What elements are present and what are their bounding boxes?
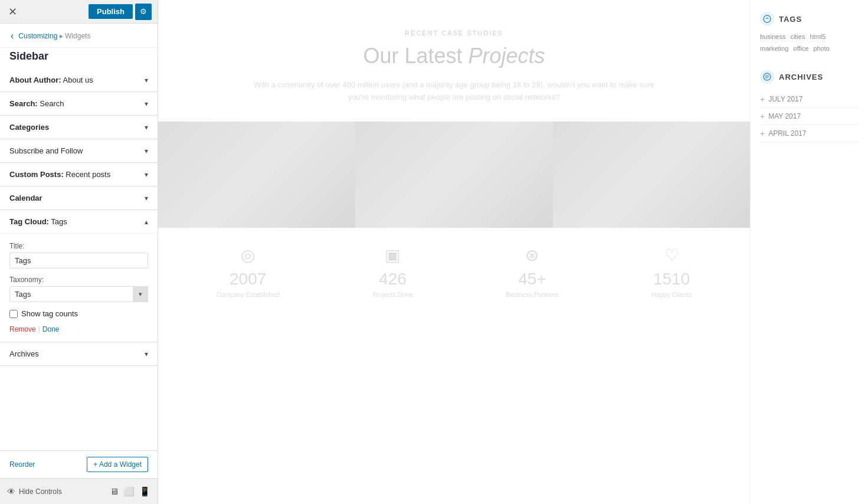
widget-header-archives[interactable]: Archives ▾ (0, 342, 158, 365)
stat-label-3: Happy Clients (651, 291, 692, 298)
archives-icon (760, 70, 774, 84)
chevron-up-icon: ▴ (145, 218, 148, 226)
archive-plus-icon-2: + (760, 129, 765, 138)
widget-body-tag-cloud: Title: Taxonomy: Tags Categories ▾ Show … (0, 234, 158, 342)
taxonomy-select-wrapper: Tags Categories ▾ (9, 286, 148, 302)
stat-number-2: 45+ (506, 270, 558, 289)
view-icons: 🖥 ⬜ 📱 (110, 486, 150, 497)
close-button[interactable]: ✕ (6, 3, 19, 21)
title-input[interactable] (9, 253, 148, 269)
taxonomy-select[interactable]: Tags Categories (9, 286, 148, 302)
hero-desc: With a community of over 400 million use… (248, 79, 661, 104)
widget-header-search[interactable]: Search: Search ▾ (0, 92, 158, 115)
archive-plus-icon-1: + (760, 112, 765, 121)
widget-actions: Remove | Done (9, 325, 148, 333)
tags-section: TAGS business cities html5 marketing off… (760, 12, 859, 52)
right-sidebar: TAGS business cities html5 marketing off… (750, 0, 868, 504)
taxonomy-field-label: Taxonomy: (9, 276, 148, 284)
archives-heading: ARCHIVES (760, 70, 859, 84)
widget-item-archives: Archives ▾ (0, 342, 158, 366)
settings-button[interactable]: ⚙ (135, 4, 152, 20)
breadcrumb-area: ‹ Customizing ▸ Widgets (0, 24, 158, 48)
archive-label-0: JULY 2017 (768, 95, 803, 103)
stat-label-2: Business Partners (506, 291, 558, 298)
stat-number-1: 426 (372, 270, 413, 289)
archives-section-title: ARCHIVES (779, 73, 823, 81)
image-3 (553, 122, 750, 228)
widget-item-calendar: Calendar ▾ (0, 186, 158, 210)
widget-header-subscribe[interactable]: Subscribe and Follow ▾ (0, 139, 158, 162)
mobile-view-button[interactable]: 📱 (139, 486, 150, 497)
archive-item-0: + JULY 2017 (760, 91, 859, 108)
top-bar: ✕ Publish ⚙ (0, 0, 158, 24)
widget-item-categories: Categories ▾ (0, 116, 158, 139)
hero-title: Our Latest Projects (182, 44, 726, 68)
widget-item-search: Search: Search ▾ (0, 92, 158, 116)
hide-controls-toggle[interactable]: 👁 Hide Controls (7, 487, 62, 496)
hide-controls-label: Hide Controls (19, 487, 62, 496)
tags-list: business cities html5 marketing office p… (760, 33, 859, 52)
chevron-down-icon: ▾ (145, 100, 148, 108)
widget-header-about-author[interactable]: About Author: About us ▾ (0, 68, 158, 91)
chevron-down-icon: ▾ (145, 123, 148, 132)
hero-subtitle: RECENT CASE STUDIES (182, 30, 726, 37)
widget-item-subscribe: Subscribe and Follow ▾ (0, 139, 158, 163)
widget-header-tag-cloud[interactable]: Tag Cloud: Tags ▴ (0, 210, 158, 234)
tags-section-title: TAGS (779, 15, 802, 24)
show-tag-counts-label: Show tag counts (21, 309, 78, 318)
tag-item: office (793, 45, 808, 52)
bottom-controls: Reorder + Add a Widget (0, 450, 158, 478)
widget-header-custom-posts[interactable]: Custom Posts: Recent posts ▾ (0, 163, 158, 186)
tag-item: business (760, 33, 785, 40)
bottom-footer: 👁 Hide Controls 🖥 ⬜ 📱 (0, 478, 158, 504)
chevron-down-icon: ▾ (145, 147, 148, 155)
archive-label-2: APRIL 2017 (768, 129, 806, 138)
show-tag-counts-row: Show tag counts (9, 309, 148, 318)
stat-item-0: ◎ 2007 Company Established (217, 246, 280, 298)
done-link[interactable]: Done (42, 325, 60, 333)
main-content: RECENT CASE STUDIES Our Latest Projects … (158, 0, 868, 504)
widget-item-about-author: About Author: About us ▾ (0, 68, 158, 92)
archives-section: ARCHIVES + JULY 2017 + MAY 2017 + APRIL … (760, 70, 859, 142)
back-button[interactable]: ‹ (9, 30, 15, 42)
image-2 (355, 122, 552, 228)
archive-item-1: + MAY 2017 (760, 108, 859, 125)
stat-icon-2: ⊛ (506, 246, 558, 265)
chevron-down-icon: ▾ (145, 350, 148, 358)
widget-header-calendar[interactable]: Calendar ▾ (0, 186, 158, 210)
tag-item: marketing (760, 45, 788, 52)
publish-area: Publish ⚙ (89, 4, 152, 20)
left-panel: ✕ Publish ⚙ ‹ Customizing ▸ Widgets Side… (0, 0, 158, 504)
add-widget-button[interactable]: + Add a Widget (87, 457, 148, 472)
tablet-view-button[interactable]: ⬜ (123, 486, 135, 497)
desktop-view-button[interactable]: 🖥 (110, 486, 119, 497)
archive-item-2: + APRIL 2017 (760, 125, 859, 142)
chevron-down-icon: ▾ (145, 76, 148, 84)
widget-header-categories[interactable]: Categories ▾ (0, 116, 158, 139)
stat-label-1: Projects Done (372, 291, 413, 298)
stat-icon-0: ◎ (217, 246, 280, 265)
widget-item-custom-posts: Custom Posts: Recent posts ▾ (0, 163, 158, 186)
publish-button[interactable]: Publish (89, 4, 133, 19)
site-preview: RECENT CASE STUDIES Our Latest Projects … (158, 0, 868, 504)
tag-item: html5 (810, 33, 826, 40)
image-1 (158, 122, 355, 228)
archives-list: + JULY 2017 + MAY 2017 + APRIL 2017 (760, 91, 859, 142)
customizing-link[interactable]: Customizing (18, 32, 57, 40)
stat-item-1: ▣ 426 Projects Done (372, 246, 413, 298)
remove-link[interactable]: Remove (9, 325, 36, 333)
chevron-down-icon: ▾ (145, 171, 148, 179)
stats-row: ◎ 2007 Company Established ▣ 426 Project… (158, 228, 750, 316)
reorder-link[interactable]: Reorder (9, 460, 35, 469)
breadcrumb: Customizing ▸ Widgets (18, 32, 90, 40)
stat-item-2: ⊛ 45+ Business Partners (506, 246, 558, 298)
tags-icon (760, 12, 774, 26)
show-tag-counts-checkbox[interactable] (9, 310, 18, 318)
tags-heading: TAGS (760, 12, 859, 26)
svg-point-0 (764, 15, 771, 22)
sidebar-title: Sidebar (0, 48, 158, 68)
eye-icon: 👁 (7, 487, 15, 496)
tag-item: photo (813, 45, 830, 52)
images-row (158, 122, 750, 228)
stat-number-0: 2007 (217, 270, 280, 289)
